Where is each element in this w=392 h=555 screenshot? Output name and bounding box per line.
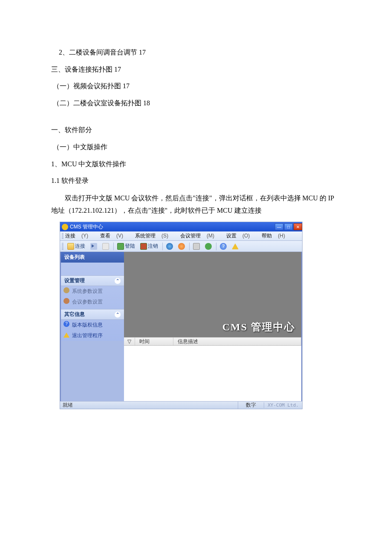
login-button[interactable]: 登陆 (115, 242, 137, 251)
toolbar-button[interactable] (191, 242, 202, 251)
toolbar-button[interactable] (176, 242, 187, 251)
paragraph: 双击打开中文版 MCU 会议软件，然后点击"连接"，弹出对话框，在列表中选择 M… (51, 192, 341, 217)
toolbar-button[interactable] (164, 242, 175, 251)
toc-line: 三、设备连接拓扑图 17 (51, 64, 341, 75)
sidebar-header-devicelist[interactable]: 设备列表 (61, 252, 124, 263)
work-area: CMS 管理中心 ▽ 时间 信息描述 (124, 252, 301, 401)
menu-settings[interactable]: 设置(O) (226, 232, 256, 240)
toolbar-button[interactable]: ? (218, 242, 229, 251)
sidebar: 设备列表 设置管理 ⌃ 系统参数设置 会议参数设置 其它信息 ⌃ (61, 252, 124, 401)
window-title: CMS 管理中心 (70, 223, 274, 231)
globe-icon (166, 243, 173, 250)
document-body: 2、二楼设备间调音台调节 17 三、设备连接拓扑图 17 （一）视频会议拓扑图 … (0, 0, 392, 435)
warning-icon (63, 332, 69, 338)
heading-1: 一、软件部分 (51, 124, 341, 136)
title-bar: CMS 管理中心 — □ ✕ (60, 222, 302, 231)
help-icon: ? (220, 243, 227, 250)
log-col-time[interactable]: 时间 (135, 338, 173, 345)
logout-button[interactable]: 注销 (138, 242, 160, 251)
help-icon: ? (63, 321, 69, 327)
close-button[interactable]: ✕ (294, 223, 302, 230)
log-body (124, 346, 301, 401)
chevron-up-icon: ⌃ (115, 312, 121, 318)
grip-icon (62, 243, 63, 250)
circle-icon (178, 243, 185, 250)
toc-line: （一）视频会议拓扑图 17 (51, 81, 341, 92)
sidebar-section-other[interactable]: 其它信息 ⌃ (61, 309, 124, 320)
heading-2: （一）中文版操作 (51, 142, 341, 153)
wrench-icon (193, 243, 200, 250)
folder-icon (67, 243, 74, 250)
status-mode: 数字 (238, 402, 264, 409)
menu-connect[interactable]: 连接(Y) (65, 232, 94, 240)
menu-help[interactable]: 帮助(H) (262, 232, 291, 240)
canvas-area: CMS 管理中心 (124, 252, 301, 337)
canvas-brand-text: CMS 管理中心 (222, 320, 295, 334)
gear-icon (63, 287, 69, 293)
warning-icon (232, 243, 239, 249)
login-icon (117, 243, 124, 250)
toolbar: 连接 登陆 注销 ? (60, 241, 302, 252)
sidebar-section-settings[interactable]: 设置管理 ⌃ (61, 275, 124, 286)
log-col-desc[interactable]: 信息描述 (173, 338, 301, 345)
heading-4: 1.1 软件登录 (51, 175, 341, 186)
menu-confmgmt[interactable]: 会议管理(M) (180, 232, 220, 240)
heading-3: 1、MCU 中文版软件操作 (51, 159, 341, 170)
status-bar: 就绪 数字 XY-COM Ltd. (60, 401, 302, 409)
sidebar-item-confparam[interactable]: 会议参数设置 (61, 297, 124, 307)
log-sort-button[interactable]: ▽ (124, 338, 135, 345)
menu-bar: 连接(Y) 查看(V) 系统管理(S) 会议管理(M) 设置(O) 帮助(H) (60, 231, 302, 241)
blank-icon (102, 243, 109, 250)
log-header: ▽ 时间 信息描述 (124, 337, 301, 346)
menu-sysmgmt[interactable]: 系统管理(S) (135, 232, 174, 240)
toolbar-button[interactable] (100, 242, 111, 251)
toolbar-button[interactable] (203, 242, 214, 251)
toc-line: （二）二楼会议室设备拓扑图 18 (51, 98, 341, 109)
minimize-button[interactable]: — (275, 223, 283, 230)
menu-view[interactable]: 查看(V) (100, 232, 129, 240)
status-brand: XY-COM Ltd. (264, 402, 302, 408)
chevron-up-icon: ⌃ (115, 278, 121, 284)
toc-line: 2、二楼设备间调音台调节 17 (51, 47, 341, 58)
sidebar-item-sysparam[interactable]: 系统参数设置 (61, 286, 124, 297)
app-screenshot: CMS 管理中心 — □ ✕ 连接(Y) 查看(V) 系统管理(S) 会议管理(… (60, 222, 303, 409)
grip-icon (62, 233, 63, 239)
sidebar-item-version[interactable]: ? 版本版权信息 (61, 320, 124, 330)
logout-icon (140, 243, 147, 250)
app-icon (62, 224, 68, 230)
maximize-button[interactable]: □ (284, 223, 293, 230)
gear-icon (63, 298, 69, 304)
toolbar-forward-button[interactable] (88, 242, 99, 251)
arrow-icon (90, 243, 97, 250)
sidebar-item-exit[interactable]: 退出管理程序 (61, 330, 124, 341)
connect-button[interactable]: 连接 (65, 242, 87, 251)
toolbar-button[interactable] (230, 242, 241, 251)
status-ready: 就绪 (60, 402, 238, 409)
refresh-icon (205, 243, 212, 250)
